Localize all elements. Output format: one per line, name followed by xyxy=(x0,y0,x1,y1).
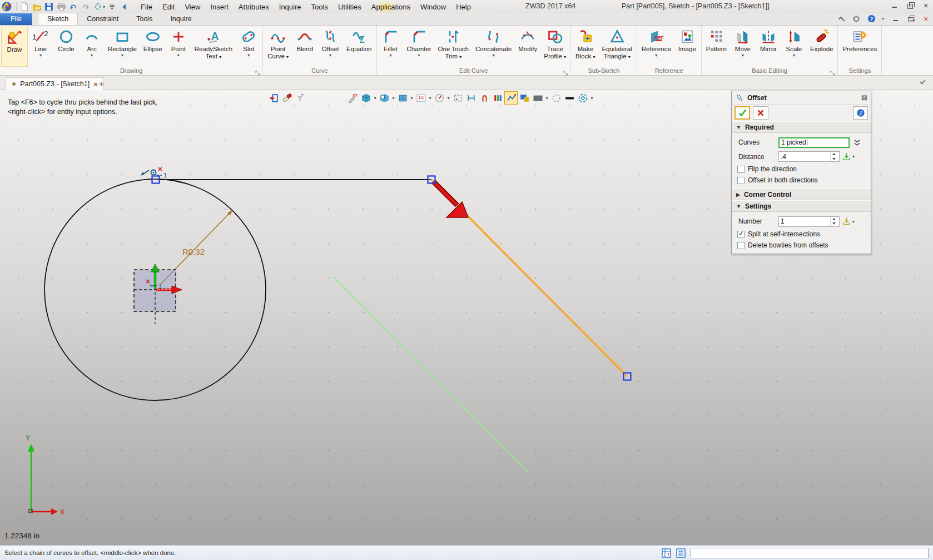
ribbon-button-modify[interactable]: Modify xyxy=(515,27,540,67)
document-tab[interactable]: + Part005.Z3 - [Sketch1] × xyxy=(6,77,104,90)
dropdown-icon[interactable]: ▾ xyxy=(544,96,549,101)
h-constraint-button[interactable] xyxy=(464,91,478,105)
ribbon-tab-tools[interactable]: Tools xyxy=(127,13,161,25)
group-launcher-icon[interactable] xyxy=(255,68,261,74)
ribbon-button-point[interactable]: Point▾ xyxy=(166,27,191,67)
ribbon-restore-button[interactable] xyxy=(907,15,915,23)
menu-attributes[interactable]: Attributes xyxy=(234,1,274,13)
ribbon-button-arc[interactable]: Arc▾ xyxy=(79,27,105,67)
ribbon-button-preferences[interactable]: Preferences xyxy=(839,27,880,67)
expand-picks-icon[interactable] xyxy=(852,137,862,148)
curves-input[interactable]: 1 picked xyxy=(778,137,850,148)
endpoint-handle[interactable] xyxy=(624,373,631,380)
direction-arrow-shaft[interactable] xyxy=(434,182,456,205)
ribbon-tab-sketch[interactable]: Sketch xyxy=(38,13,78,25)
ribbon-button-slot[interactable]: Slot▾ xyxy=(236,27,261,67)
dropdown-icon[interactable]: ▾ xyxy=(329,53,331,58)
checkbox-delete-bowties-from-offsets[interactable] xyxy=(737,242,745,249)
distance-input[interactable]: .4 xyxy=(778,151,840,162)
save-button[interactable] xyxy=(43,1,55,12)
exit-sketch-button[interactable] xyxy=(267,91,280,105)
ribbon-button-fillet[interactable]: Fillet▾ xyxy=(378,27,404,67)
ribbon-button-move[interactable]: Move▾ xyxy=(730,27,756,67)
shaded-view-button[interactable] xyxy=(378,91,391,105)
grid-button[interactable] xyxy=(414,91,428,105)
new-tab-button[interactable]: + xyxy=(99,79,104,88)
dropdown-icon[interactable]: ▾ xyxy=(391,96,396,101)
ribbon-button-scale[interactable]: Scale▾ xyxy=(781,27,807,67)
dropdown-icon[interactable]: ▾ xyxy=(655,53,657,58)
ribbon-button-reference[interactable]: REFReference▾ xyxy=(638,27,674,67)
number-spinner[interactable] xyxy=(830,217,837,226)
dropdown-icon[interactable]: ▾ xyxy=(793,53,795,58)
dropdown-icon[interactable]: ▾ xyxy=(121,53,123,58)
distance-spinner[interactable] xyxy=(830,152,837,161)
ribbon-button-explode[interactable]: Explode xyxy=(807,27,837,67)
close-button[interactable]: × xyxy=(922,2,930,9)
dimension-label[interactable]: R0.32 xyxy=(182,247,205,256)
checkbox-offset-in-both-directions[interactable] xyxy=(737,177,745,184)
dark-plane-button[interactable] xyxy=(531,91,544,105)
restore-button[interactable] xyxy=(906,2,914,9)
distance-dropdown-icon[interactable]: ▾ xyxy=(852,154,855,159)
dropdown-icon[interactable]: ▾ xyxy=(247,53,250,58)
entity-info-toggle-icon[interactable]: T xyxy=(662,548,671,558)
dropdown-icon[interactable]: ▾ xyxy=(589,96,594,101)
print-button[interactable] xyxy=(55,1,67,12)
ribbon-tab-file[interactable]: File xyxy=(0,13,32,25)
help-icon[interactable]: ? xyxy=(867,14,876,23)
command-input[interactable] xyxy=(691,548,929,558)
menu-insert[interactable]: Insert xyxy=(205,1,234,13)
ribbon-button-one-touch[interactable]: One TouchTrim ▾ xyxy=(435,27,472,67)
dropdown-icon[interactable]: ▾ xyxy=(493,53,495,58)
group-launcher-icon[interactable] xyxy=(563,68,569,74)
tab-close-icon[interactable]: × xyxy=(93,80,98,88)
number-expression-icon[interactable] xyxy=(842,217,851,226)
group-launcher-icon[interactable] xyxy=(830,68,836,74)
ribbon-button-offset[interactable]: Offset▾ xyxy=(317,27,343,67)
dropdown-icon[interactable]: ▾ xyxy=(91,53,93,58)
rotate-view-button[interactable] xyxy=(92,1,104,12)
ok-button[interactable] xyxy=(735,106,750,120)
number-input[interactable]: 1 xyxy=(778,216,840,227)
plane-view-button[interactable] xyxy=(396,91,409,105)
collapse-ribbon-icon[interactable] xyxy=(838,16,845,22)
view-options-button[interactable] xyxy=(106,1,118,12)
output-list-toggle-icon[interactable] xyxy=(676,548,686,558)
dropdown-icon[interactable]: ▾ xyxy=(373,96,378,101)
menu-applications[interactable]: Applications xyxy=(366,1,415,13)
frame-button[interactable] xyxy=(451,91,464,105)
ribbon-button-point[interactable]: PointCurve ▾ xyxy=(264,27,292,67)
menu-window[interactable]: Window xyxy=(415,1,451,13)
redo-button[interactable] xyxy=(80,1,92,12)
ribbon-button-draw[interactable]: Draw xyxy=(1,27,28,67)
dropdown-icon[interactable]: ▾ xyxy=(177,53,180,58)
menu-view[interactable]: View xyxy=(180,1,205,13)
direction-arrowhead[interactable] xyxy=(446,202,468,217)
ribbon-button-blend[interactable]: Blend xyxy=(292,27,317,67)
menu-utilities[interactable]: Utilities xyxy=(333,1,366,13)
checkbox-split-at-self-intersections[interactable] xyxy=(737,231,745,238)
info-button[interactable]: i xyxy=(853,106,868,120)
distance-expression-icon[interactable] xyxy=(842,152,851,161)
menu-tools[interactable]: Tools xyxy=(306,1,333,13)
section-settings[interactable]: ▼ Settings xyxy=(732,200,871,212)
ribbon-minimize-button[interactable] xyxy=(892,15,900,23)
dropdown-icon[interactable]: ▾ xyxy=(409,96,414,101)
undo-button[interactable] xyxy=(67,1,80,12)
section-required[interactable]: ▼ Required xyxy=(732,121,871,133)
endpoint-handle[interactable] xyxy=(152,176,160,184)
color-bars-button[interactable] xyxy=(491,91,504,105)
ribbon-button-chamfer[interactable]: Chamfer▾ xyxy=(404,27,435,67)
polyline-button[interactable] xyxy=(504,91,518,105)
dropdown-icon[interactable]: ▾ xyxy=(103,4,105,9)
selected-curve[interactable] xyxy=(431,180,627,376)
compass-button[interactable] xyxy=(576,91,589,105)
line-width-button[interactable] xyxy=(563,91,576,105)
ribbon-button-rectangle[interactable]: Rectangle▾ xyxy=(105,27,140,67)
checkbox-flip-the-direction[interactable] xyxy=(737,166,745,173)
ribbon-tab-constraint[interactable]: Constraint xyxy=(78,13,127,25)
ribbon-button-trace[interactable]: TraceProfile ▾ xyxy=(540,27,569,67)
gear-icon[interactable] xyxy=(852,15,860,23)
ribbon-button-equation[interactable]: ΣEquation xyxy=(343,27,375,67)
